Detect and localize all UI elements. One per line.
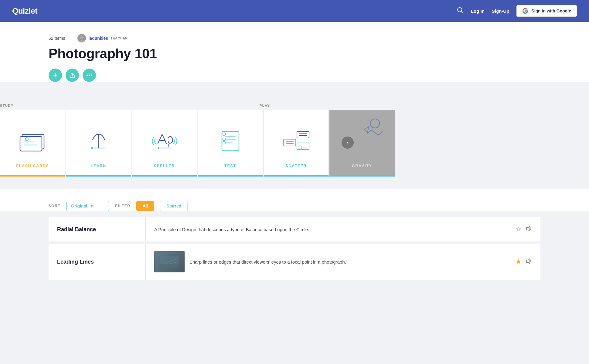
svg-point-3: [79, 40, 85, 42]
audio-icon[interactable]: [526, 258, 532, 265]
test-card[interactable]: TEST: [198, 110, 263, 177]
sort-dropdown[interactable]: Original ▼: [66, 201, 109, 211]
svg-rect-25: [223, 142, 225, 144]
speller-label: SPELLER: [154, 164, 175, 168]
google-icon: [522, 8, 528, 14]
gravity-card[interactable]: › GRAVITY: [329, 110, 395, 177]
author-role: TEACHER: [111, 36, 128, 40]
term-cell: Leading Lines: [49, 244, 146, 280]
definition-text: A Principle of Design that describes a t…: [154, 227, 509, 232]
google-signin-button[interactable]: Sign in with Google: [516, 5, 577, 17]
svg-rect-24: [223, 138, 225, 140]
flashcards-label: FLASH CARDS: [16, 164, 49, 168]
filter-all-button[interactable]: All: [136, 201, 154, 211]
header: Quizlet Log In Sign-Up Sign in with Goog…: [0, 0, 589, 22]
page-title: Photography 101: [49, 46, 540, 61]
flashcards-card[interactable]: FLASH CARDS: [0, 110, 65, 177]
scatter-label: SCATTER: [286, 164, 307, 168]
svg-rect-29: [284, 139, 296, 146]
main-content: 52 terms ladunklee TEACHER Photography 1…: [0, 22, 589, 82]
signup-link[interactable]: Sign-Up: [492, 8, 509, 14]
learn-label: LEARN: [91, 164, 106, 168]
star-icon[interactable]: ☆: [516, 225, 522, 233]
sort-value: Original: [71, 204, 87, 208]
term-text: Radial Balance: [57, 226, 96, 233]
login-link[interactable]: Log In: [471, 8, 485, 14]
meta-divider: [71, 35, 71, 41]
svg-point-35: [370, 119, 380, 128]
svg-point-2: [80, 35, 83, 39]
scatter-card[interactable]: SCATTER: [264, 110, 329, 177]
term-actions: ★: [516, 258, 532, 266]
study-play-section: STUDY PLAY FLASH CARDS LEARN: [0, 96, 589, 189]
table-row: Leading Lines Sharp lines or edges that …: [49, 244, 540, 280]
definition-text: Sharp lines or edges that direct viewers…: [189, 259, 509, 265]
table-row: Radial Balance A Principle of Design tha…: [49, 217, 540, 241]
svg-rect-19: [222, 131, 239, 151]
audio-icon[interactable]: [526, 226, 532, 233]
term-image: [154, 251, 185, 272]
logo[interactable]: Quizlet: [12, 6, 37, 16]
more-button[interactable]: [83, 69, 96, 82]
author-row: ladunklee TEACHER: [77, 34, 128, 42]
filter-starred-button[interactable]: Starred: [160, 201, 188, 211]
term-actions: ☆: [516, 225, 532, 233]
svg-rect-8: [20, 136, 42, 151]
svg-rect-26: [297, 131, 309, 138]
sort-filter-bar: SORT Original ▼ FILTER All Starred: [0, 189, 589, 211]
sort-label: SORT: [49, 204, 60, 208]
svg-rect-33: [298, 146, 302, 149]
meta-row: 52 terms ladunklee TEACHER: [49, 34, 540, 42]
term-cell: Radial Balance: [49, 217, 146, 241]
svg-rect-38: [160, 264, 179, 268]
definition-cell: Sharp lines or edges that direct viewers…: [146, 244, 540, 280]
header-right: Log In Sign-Up Sign in with Google: [457, 5, 577, 17]
svg-point-5: [89, 75, 90, 76]
svg-point-14: [91, 147, 93, 149]
gravity-label: GRAVITY: [352, 164, 372, 168]
avatar: [77, 34, 86, 42]
svg-point-6: [91, 75, 92, 76]
filter-label: FILTER: [115, 204, 130, 208]
google-signin-label: Sign in with Google: [531, 8, 571, 13]
section-labels: STUDY PLAY: [0, 96, 589, 107]
action-buttons: +: [49, 69, 540, 82]
study-cards-row: FLASH CARDS LEARN: [0, 110, 589, 177]
svg-line-1: [461, 11, 463, 13]
svg-point-4: [87, 75, 88, 76]
svg-marker-39: [526, 259, 530, 264]
terms-count: 52 terms: [49, 36, 65, 41]
learn-card[interactable]: LEARN: [66, 110, 131, 177]
share-button[interactable]: [66, 69, 79, 82]
next-arrow[interactable]: ›: [342, 136, 354, 149]
author-name[interactable]: ladunklee: [88, 36, 108, 41]
definition-cell: A Principle of Design that describes a t…: [146, 217, 540, 241]
speller-card[interactable]: SPELLER: [132, 110, 197, 177]
term-text: Leading Lines: [57, 259, 94, 265]
search-icon[interactable]: [457, 7, 464, 15]
terms-list: Radial Balance A Principle of Design tha…: [0, 217, 589, 292]
play-label: PLAY: [260, 104, 589, 107]
sort-filter-row: SORT Original ▼ FILTER All Starred: [49, 201, 540, 211]
svg-rect-23: [223, 133, 225, 135]
svg-point-18: [158, 147, 159, 149]
add-button[interactable]: +: [49, 69, 62, 82]
svg-marker-36: [526, 226, 530, 231]
study-label: STUDY: [0, 104, 260, 107]
chevron-down-icon: ▼: [90, 204, 94, 208]
star-icon[interactable]: ★: [516, 258, 522, 266]
test-label: TEST: [224, 164, 236, 168]
